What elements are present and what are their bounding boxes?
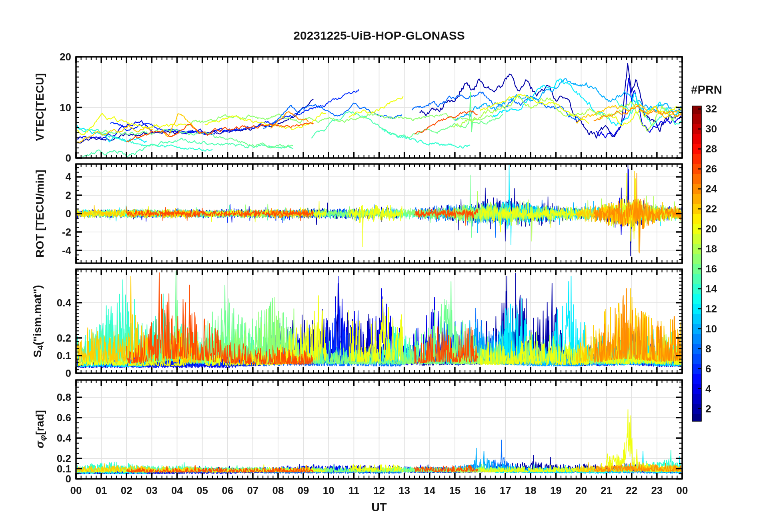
y-tick-label: 0	[35, 208, 71, 220]
x-tick-label: 00	[64, 484, 88, 497]
x-tick-label: 23	[645, 484, 669, 497]
y-tick-label: -4	[35, 244, 71, 257]
y-tick-label: -2	[35, 226, 71, 238]
y-tick-label: 0	[35, 367, 71, 380]
y-tick-label: 0.6	[35, 412, 71, 424]
x-tick-label: 09	[291, 484, 315, 497]
colorbar-tick-label: 10	[705, 323, 733, 335]
colorbar-tick-label: 20	[705, 223, 733, 235]
x-tick-label: 11	[342, 484, 366, 497]
y-tick-label: 0.4	[35, 297, 71, 309]
x-tick-label: 19	[544, 484, 568, 497]
y-tick-label: 10	[35, 102, 71, 114]
colorbar-tick-label: 32	[705, 103, 733, 115]
x-tick-label: 10	[316, 484, 340, 497]
colorbar-tick-label: 30	[705, 123, 733, 135]
x-tick-label: 15	[443, 484, 467, 497]
x-tick-label: 05	[190, 484, 214, 497]
x-tick-label: 02	[114, 484, 138, 497]
colorbar-tick-label: 8	[705, 343, 733, 355]
x-tick-label: 16	[468, 484, 492, 497]
colorbar-tick-label: 12	[705, 303, 733, 315]
colorbar-tick-label: 18	[705, 243, 733, 255]
x-tick-label: 08	[266, 484, 290, 497]
colorbar-tick-label: 16	[705, 263, 733, 275]
figure: 20231225-UiB-HOP-GLONASS VTEC[TECU] ROT …	[0, 0, 761, 532]
chart-title: 20231225-UiB-HOP-GLONASS	[76, 29, 682, 42]
y-tick-label: 2	[35, 189, 71, 202]
x-tick-label: 17	[493, 484, 517, 497]
xaxis-label: UT	[76, 501, 682, 514]
colorbar-tick-label: 28	[705, 143, 733, 155]
x-tick-label: 14	[418, 484, 442, 497]
x-tick-label: 07	[241, 484, 265, 497]
colorbar-title: #PRN	[683, 83, 731, 96]
y-tick-label: 0.4	[35, 432, 71, 444]
x-tick-label: 18	[519, 484, 543, 497]
y-tick-label: 4	[35, 171, 71, 183]
colorbar-tick-label: 2	[705, 403, 733, 415]
y-tick-label: 0.2	[35, 452, 71, 465]
colorbar-tick-label: 6	[705, 363, 733, 375]
y-tick-label: 0.8	[35, 391, 71, 404]
chart-canvas	[0, 0, 761, 532]
x-tick-label: 12	[367, 484, 391, 497]
x-tick-label: 06	[216, 484, 240, 497]
x-tick-label: 01	[89, 484, 113, 497]
colorbar-tick-label: 22	[705, 203, 733, 215]
y-tick-label: 0	[35, 152, 71, 164]
x-tick-label: 03	[140, 484, 164, 497]
colorbar-tick-label: 14	[705, 283, 733, 295]
colorbar-tick-label: 4	[705, 383, 733, 395]
y-tick-label: 20	[35, 51, 71, 63]
y-tick-label: 0.1	[35, 350, 71, 362]
colorbar-tick-label: 26	[705, 163, 733, 175]
x-tick-label: 00	[670, 484, 694, 497]
x-tick-label: 21	[595, 484, 619, 497]
y-tick-label: 0.2	[35, 332, 71, 344]
x-tick-label: 20	[569, 484, 593, 497]
x-tick-label: 04	[165, 484, 189, 497]
x-tick-label: 22	[620, 484, 644, 497]
x-tick-label: 13	[393, 484, 417, 497]
colorbar-tick-label: 24	[705, 183, 733, 195]
